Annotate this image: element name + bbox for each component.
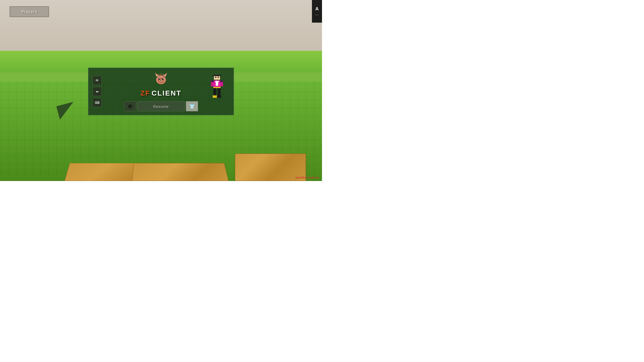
- bottom-buttons: ⚙ Resume 👕: [124, 101, 198, 111]
- logo-area: ZF CLIENT: [140, 71, 181, 97]
- svg-rect-16: [217, 95, 221, 98]
- player-sprite-svg: [208, 75, 226, 105]
- left-icons: [93, 76, 102, 107]
- svg-marker-32: [160, 73, 162, 75]
- panel-dash: —: [315, 13, 319, 17]
- terminal-icon: [95, 101, 100, 105]
- wood-planks: [0, 109, 322, 181]
- brand-zf: ZF: [140, 89, 150, 97]
- svg-rect-7: [216, 82, 218, 86]
- terminal-button[interactable]: [93, 98, 102, 107]
- svg-rect-3: [215, 77, 216, 78]
- back-icon: [96, 89, 99, 94]
- menu-dialog: ZF CLIENT ⚙ Resume 👕: [88, 68, 234, 115]
- resume-label: Resume: [153, 104, 169, 108]
- svg-rect-4: [218, 77, 219, 78]
- svg-rect-2: [213, 75, 221, 76]
- svg-point-27: [159, 78, 160, 79]
- svg-rect-6: [215, 81, 219, 82]
- players-button-label: Players: [21, 10, 37, 14]
- players-button[interactable]: Players: [10, 6, 49, 17]
- svg-rect-14: [218, 88, 221, 96]
- svg-point-30: [159, 79, 163, 82]
- player-sprite: [208, 75, 226, 105]
- wolf-logo: [152, 71, 170, 88]
- top-right-panel: A —: [312, 0, 322, 23]
- back-button[interactable]: [93, 87, 102, 96]
- svg-rect-11: [211, 80, 214, 82]
- svg-rect-13: [213, 88, 216, 96]
- eye-icon: [95, 78, 99, 82]
- shirt-button[interactable]: 👕: [186, 101, 198, 111]
- panel-letter: A: [315, 6, 319, 12]
- watermark: www.9minecraft.net: [295, 176, 319, 179]
- plank-2: [132, 163, 229, 181]
- svg-point-28: [163, 78, 164, 79]
- brand-name: ZF CLIENT: [140, 89, 181, 97]
- svg-rect-12: [220, 80, 223, 82]
- gear-icon: ⚙: [128, 103, 132, 109]
- shirt-icon: 👕: [189, 104, 195, 109]
- svg-rect-15: [213, 95, 217, 98]
- resume-button[interactable]: Resume: [137, 101, 185, 111]
- eye-button[interactable]: [93, 76, 102, 85]
- brand-client: CLIENT: [152, 89, 182, 97]
- gear-button[interactable]: ⚙: [124, 101, 136, 111]
- svg-rect-8: [213, 87, 221, 88]
